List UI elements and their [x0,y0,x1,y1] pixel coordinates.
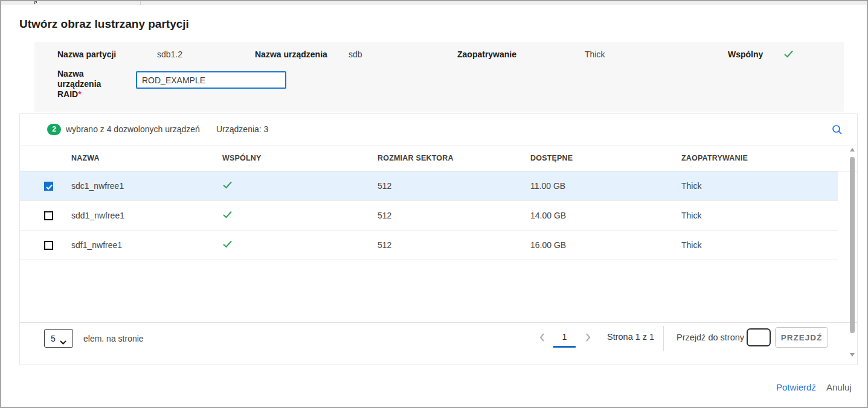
table-row[interactable]: sdf1_nwfree1 512 16.00 GB Thick [20,231,838,260]
device-name-cell: sdc1_nwfree1 [71,181,124,191]
column-header-sector-size[interactable]: ROZMIAR SEKTORA [378,154,454,162]
available-cell: 14.00 GB [530,211,566,220]
device-name-label: Nazwa urządzenia [255,48,327,60]
current-page-underline [553,346,576,348]
cancel-button[interactable]: Anuluj [826,382,852,392]
table-row[interactable]: sdc1_nwfree1 512 11.00 GB Thick [20,171,838,201]
device-name-cell: sdf1_nwfree1 [71,240,122,250]
column-header-shared[interactable]: WSPÓLNY [222,154,262,162]
shared-label: Wspólny [728,48,763,60]
selected-count-badge: 2 [47,124,61,135]
shared-check-icon [222,240,233,249]
create-mirror-partition-dialog: Utwórz obraz lustrzany partycji Nazwa pa… [1,5,867,408]
raid-device-name-input[interactable] [136,71,286,89]
column-header-provisioning[interactable]: ZAOPATRYWANIE [681,154,748,162]
goto-page-button[interactable]: PRZEJDŹ [775,327,828,348]
table-header-row: NAZWA WSPÓLNY ROZMIAR SEKTORA DOSTĘPNE Z… [20,145,857,171]
sector-size-cell: 512 [378,211,391,220]
provisioning-cell: Thick [681,240,701,250]
scrollbar-thumb[interactable] [850,157,855,333]
table-scrollbar [849,148,855,357]
device-table-body: sdc1_nwfree1 512 11.00 GB Thick sdd1_nwf… [20,171,838,260]
page-size-label: elem. na stronie [83,334,144,343]
next-page-icon[interactable] [583,333,593,342]
provisioning-label: Zaopatrywanie [457,48,516,60]
shared-check-icon [222,180,233,190]
goto-page-input[interactable] [747,328,771,346]
provisioning-value: Thick [585,48,605,60]
previous-page-icon[interactable] [538,333,547,342]
page-size-select[interactable]: 5 [44,329,73,348]
scroll-up-icon[interactable] [850,148,855,151]
page-info-text: Strona 1 z 1 [607,332,654,342]
partition-info-panel: Nazwa partycji sdb1.2 Nazwa urządzenia s… [34,42,844,112]
row-checkbox[interactable] [44,241,53,250]
screenshot-frame: Utwórz obraz lustrzany partycji Nazwa pa… [0,0,868,408]
background-mark [32,1,38,4]
table-row[interactable]: sdd1_nwfree1 512 14.00 GB Thick [20,201,838,231]
pagination-bar: 5 elem. na stronie 1 Strona 1 z 1 Przejd… [20,322,857,365]
sector-size-cell: 512 [378,181,391,191]
devices-count-text: Urządzenia: 3 [216,124,268,134]
required-asterisk: * [78,89,81,99]
available-cell: 11.00 GB [530,181,565,191]
confirm-button[interactable]: Potwierdź [776,382,816,392]
row-checkbox[interactable] [44,182,53,191]
raid-device-name-label: Nazwa urządzenia RAID* [57,69,124,100]
provisioning-cell: Thick [681,181,701,191]
selected-text: wybrano z 4 dozwolonych urządzeń [66,124,200,134]
selection-bar: 2 wybrano z 4 dozwolonych urządzeń Urząd… [20,114,857,145]
divider [663,326,664,351]
device-name-value: sdb [349,48,362,60]
device-table-card: 2 wybrano z 4 dozwolonych urządzeń Urząd… [19,113,858,365]
device-name-cell: sdd1_nwfree1 [71,211,124,220]
provisioning-cell: Thick [681,211,701,220]
search-icon[interactable] [832,124,843,135]
current-page-number[interactable]: 1 [553,332,576,342]
partition-name-value: sdb1.2 [157,48,182,60]
partition-name-label: Nazwa partycji [57,48,116,60]
scroll-down-icon[interactable] [850,353,855,357]
goto-page-label: Przejdź do strony [677,333,744,342]
dialog-title: Utwórz obraz lustrzany partycji [19,18,189,31]
shared-check-icon [222,210,233,219]
available-cell: 16.00 GB [530,240,566,250]
column-header-name[interactable]: NAZWA [71,154,100,162]
column-header-available[interactable]: DOSTĘPNE [530,154,573,162]
row-checkbox[interactable] [44,211,53,220]
shared-check-icon [783,49,794,59]
sector-size-cell: 512 [378,240,391,250]
